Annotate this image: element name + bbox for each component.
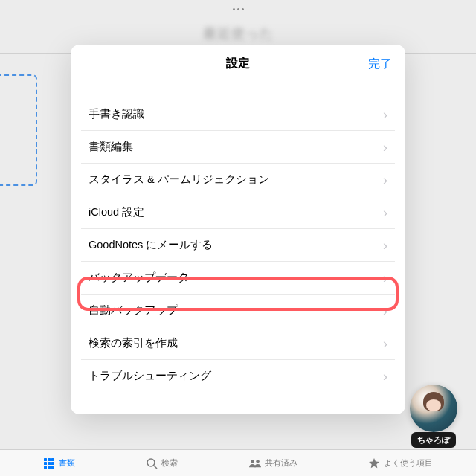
row-label: 手書き認識 [89, 107, 144, 121]
settings-group: 手書き認識 › 書類編集 › スタイラス & パームリジェクション › iClo… [81, 98, 395, 392]
settings-row-backup-data[interactable]: バックアップデータ › [81, 262, 395, 295]
settings-row-email-goodnotes[interactable]: GoodNotes にメールする › [81, 229, 395, 262]
chevron-right-icon: › [383, 141, 387, 154]
avatar-image [410, 385, 457, 432]
chevron-right-icon: › [383, 271, 387, 285]
chevron-right-icon: › [383, 108, 387, 121]
grid-icon [43, 457, 55, 469]
settings-row-troubleshooting[interactable]: トラブルシューティング › [81, 360, 395, 392]
chevron-right-icon: › [383, 337, 387, 350]
tab-label: 書類 [59, 457, 75, 469]
star-icon [368, 457, 380, 469]
tab-favorites[interactable]: よく使う項目 [368, 457, 433, 469]
settings-row-icloud[interactable]: iCloud 設定 › [81, 196, 395, 229]
row-label: 検索の索引を作成 [89, 336, 178, 350]
chevron-right-icon: › [383, 370, 387, 383]
row-label: iCloud 設定 [89, 205, 144, 219]
svg-point-3 [256, 460, 259, 463]
background-statusbar [0, 0, 476, 19]
tab-label: 共有済み [265, 457, 298, 469]
row-label: トラブルシューティング [89, 369, 211, 383]
tab-label: よく使う項目 [384, 457, 433, 469]
svg-point-2 [251, 460, 254, 463]
avatar-name: ちゃろぽ [411, 432, 456, 448]
people-icon [249, 457, 261, 469]
row-label: GoodNotes にメールする [89, 238, 213, 252]
settings-row-search-index[interactable]: 検索の索引を作成 › [81, 327, 395, 360]
svg-point-0 [147, 459, 155, 466]
tab-documents[interactable]: 書類 [43, 457, 75, 469]
bottom-tabbar: 書類 検索 共有済み よく使う項目 [0, 449, 476, 476]
settings-list: 手書き認識 › 書類編集 › スタイラス & パームリジェクション › iClo… [71, 83, 405, 414]
row-label: 自動バックアップ [89, 303, 178, 318]
search-icon [146, 457, 158, 469]
background-selection-marquee [0, 74, 37, 186]
tab-search[interactable]: 検索 [146, 457, 178, 469]
modal-title: 設定 [226, 56, 250, 71]
settings-modal: 設定 完了 手書き認識 › 書類編集 › スタイラス & パームリジェクション … [71, 45, 405, 414]
background-blurred-title: 最近使った [0, 25, 476, 42]
modal-header: 設定 完了 [71, 45, 405, 83]
chevron-right-icon: › [383, 304, 387, 318]
settings-row-auto-backup[interactable]: 自動バックアップ › [81, 295, 395, 327]
tab-shared[interactable]: 共有済み [249, 457, 298, 469]
done-button[interactable]: 完了 [368, 56, 392, 71]
settings-row-stylus[interactable]: スタイラス & パームリジェクション › [81, 164, 395, 196]
settings-row-document-editing[interactable]: 書類編集 › [81, 131, 395, 164]
svg-line-1 [154, 466, 157, 469]
row-label: 書類編集 [89, 140, 133, 154]
settings-row-handwriting[interactable]: 手書き認識 › [81, 98, 395, 131]
author-badge: ちゃろぽ [405, 385, 463, 448]
chevron-right-icon: › [383, 239, 387, 252]
row-label: バックアップデータ [89, 271, 189, 285]
tab-label: 検索 [161, 457, 178, 469]
row-label: スタイラス & パームリジェクション [89, 173, 269, 187]
chevron-right-icon: › [383, 173, 387, 187]
chevron-right-icon: › [383, 206, 387, 219]
